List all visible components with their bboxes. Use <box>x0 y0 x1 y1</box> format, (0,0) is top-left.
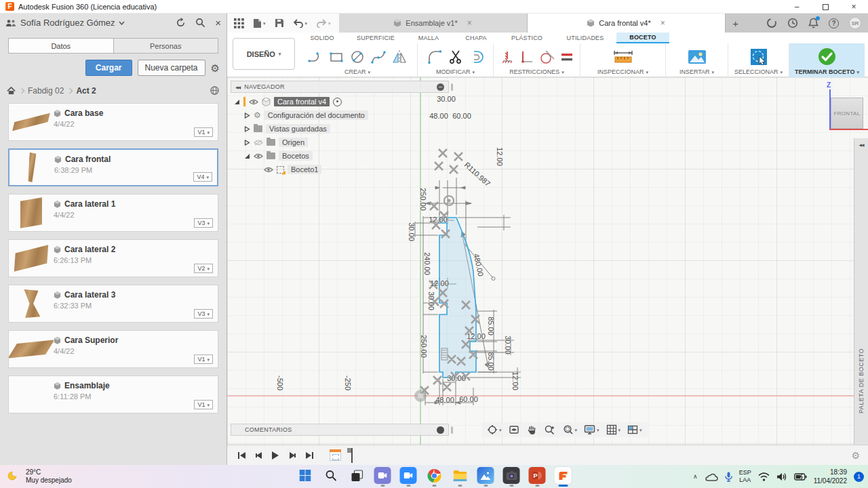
panel-resize-handle[interactable] <box>451 83 453 91</box>
tree-row-origin[interactable]: Origen <box>234 136 368 149</box>
view-cube-face[interactable]: FRONTAL <box>831 98 863 129</box>
powerpoint-icon[interactable]: P <box>529 467 546 484</box>
group-label-restricciones[interactable]: RESTRICCIONES▾ <box>509 68 564 75</box>
version-dropdown[interactable]: V1▾ <box>194 354 213 364</box>
breadcrumb-folder[interactable]: Fabdig 02 <box>28 86 64 96</box>
chevron-down-icon[interactable] <box>119 21 125 25</box>
dimension-label[interactable]: -500 <box>276 375 284 390</box>
list-item[interactable]: Cara lateral 1 4/4/22 V3▾ <box>8 194 218 232</box>
comments-toggle-icon[interactable] <box>437 426 444 434</box>
dimension-label[interactable]: 60.00 <box>452 112 471 120</box>
dimension-label[interactable]: 30.00 <box>504 336 512 354</box>
tree-row-boceto1[interactable]: Boceto1 <box>234 163 368 176</box>
trim-scissors-icon[interactable] <box>448 49 464 65</box>
equal-constraint-icon[interactable] <box>560 51 574 63</box>
clock-icon[interactable] <box>787 18 798 28</box>
version-dropdown[interactable]: V3▾ <box>194 218 213 228</box>
eye-visible-icon[interactable] <box>264 167 273 173</box>
globe-icon[interactable] <box>210 85 220 96</box>
language-indicator[interactable]: ESPLAA <box>739 469 751 484</box>
close-tab-icon[interactable]: × <box>467 18 472 28</box>
close-window-button[interactable]: × <box>840 0 868 14</box>
settings-gear-icon[interactable]: ⚙ <box>211 63 220 73</box>
look-at-tool-icon[interactable] <box>509 424 519 435</box>
eye-visible-icon[interactable] <box>249 99 258 105</box>
caret-collapsed-icon[interactable] <box>244 140 250 146</box>
app-grid-icon[interactable] <box>234 18 244 28</box>
group-label-terminar[interactable]: TERMINAR BOCETO▾ <box>795 68 859 75</box>
close-panel-icon[interactable]: × <box>215 17 221 28</box>
list-item[interactable]: Cara lateral 2 6:26:13 PM V2▾ <box>8 239 218 277</box>
dimension-label[interactable]: 12.00 <box>467 332 486 340</box>
eye-hidden-icon[interactable] <box>254 140 263 146</box>
chrome-icon[interactable] <box>426 467 443 484</box>
version-dropdown[interactable]: V1▾ <box>194 127 213 137</box>
collapse-panel-icon[interactable]: ◀◀ <box>235 85 240 89</box>
timeline-play-button[interactable] <box>269 449 281 462</box>
dimension-label[interactable]: 30.00 <box>447 374 466 382</box>
measure-tool-icon[interactable] <box>612 49 634 65</box>
new-folder-button[interactable]: Nueva carpeta <box>138 60 205 76</box>
dimension-label[interactable]: 250.00 <box>419 188 427 211</box>
tree-label[interactable]: Boceto1 <box>288 165 321 174</box>
timeline-step-forward-button[interactable] <box>286 449 298 462</box>
insert-image-icon[interactable] <box>688 49 707 65</box>
tray-expand-icon[interactable]: ∧ <box>693 473 698 480</box>
file-menu-button[interactable]: ▾ <box>253 18 266 28</box>
undo-button[interactable]: ▾ <box>293 19 308 28</box>
rectangle-tool-icon[interactable] <box>328 49 344 65</box>
camera-app-icon[interactable] <box>503 467 520 484</box>
timeline-position-marker[interactable] <box>347 448 357 463</box>
tree-label[interactable]: Configuración del documento <box>264 110 368 120</box>
dimension-label[interactable]: 12.00 <box>429 216 448 224</box>
caret-expanded-icon[interactable] <box>244 153 250 159</box>
caret-collapsed-icon[interactable] <box>244 126 250 132</box>
list-item[interactable]: Cara Superior 4/4/22 V1▾ <box>8 330 218 368</box>
help-icon[interactable]: ? <box>829 18 839 28</box>
taskbar-search-icon[interactable] <box>323 467 340 484</box>
weather-widget[interactable]: 29°CMuy despejado <box>0 468 72 485</box>
dimension-label[interactable]: 250.00 <box>420 335 428 358</box>
ribbon-tab-plastico[interactable]: PLÁSTICO <box>500 33 554 43</box>
orbit-tool-icon[interactable]: ▾ <box>487 424 502 435</box>
fix-constraint-icon[interactable] <box>500 49 515 64</box>
tab-datos[interactable]: Datos <box>8 38 113 54</box>
chat-app-icon[interactable] <box>374 467 391 484</box>
job-status-icon[interactable] <box>766 18 777 28</box>
tab-personas[interactable]: Personas <box>113 38 219 54</box>
microphone-icon[interactable] <box>725 472 732 482</box>
panel-resize-handle[interactable] <box>451 426 453 434</box>
user-name[interactable]: Sofía Rodríguez Gómez <box>20 18 115 28</box>
spline-tool-icon[interactable] <box>370 49 387 65</box>
minimize-panel-icon[interactable]: – <box>437 83 444 91</box>
caret-expanded-icon[interactable] <box>234 99 240 105</box>
wifi-icon[interactable] <box>758 472 770 481</box>
viewport-canvas[interactable]: 30.0048.0060.0012.00R110.987250.0012.003… <box>227 77 868 445</box>
redo-button[interactable]: ▾ <box>316 19 331 28</box>
timeline-step-back-button[interactable] <box>252 449 264 462</box>
timeline-sketch-feature[interactable] <box>330 449 341 461</box>
sketch-palette-strip[interactable]: ◀◀ PALETA DE BOCETO <box>854 138 868 445</box>
dimension-label[interactable]: 12.00 <box>511 371 519 390</box>
zoom-tool-icon[interactable] <box>544 424 555 435</box>
tangent-constraint-icon[interactable] <box>539 49 555 64</box>
tree-row-saved-views[interactable]: Vistas guardadas <box>234 122 368 136</box>
dimension-label[interactable]: 12.00 <box>430 279 449 287</box>
circle-tool-icon[interactable] <box>349 49 366 65</box>
zoom-window-tool-icon[interactable]: ▾ <box>562 424 578 435</box>
search-icon[interactable] <box>195 18 205 28</box>
refresh-icon[interactable] <box>176 18 186 28</box>
timeline-go-end-button[interactable] <box>303 449 315 462</box>
zoom-app-icon[interactable] <box>400 467 417 484</box>
clock-widget[interactable]: 18:3911/04/2022 <box>814 468 847 485</box>
dimension-label[interactable]: 30.00 <box>437 95 456 103</box>
tree-label[interactable]: Vistas guardadas <box>266 124 330 134</box>
photos-app-icon[interactable] <box>477 467 494 484</box>
version-dropdown[interactable]: V2▾ <box>194 264 213 273</box>
dimension-label[interactable]: 240.00 <box>423 252 431 275</box>
display-settings-icon[interactable]: ▾ <box>584 424 599 435</box>
notification-count-badge[interactable]: 1 <box>854 472 864 482</box>
group-label-inspeccionar[interactable]: INSPECCIONAR▾ <box>597 68 648 75</box>
fusion-taskbar-icon[interactable] <box>555 467 572 484</box>
fillet-tool-icon[interactable] <box>427 49 443 65</box>
